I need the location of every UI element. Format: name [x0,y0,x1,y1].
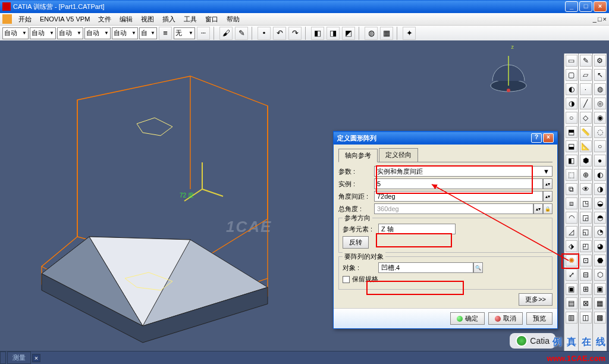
grid-icon[interactable]: ▦ [380,27,393,40]
dialog-help-button[interactable]: ? [531,133,542,143]
redo-icon[interactable]: ↷ [288,27,302,40]
tb-a18-icon[interactable]: ▤ [566,297,577,309]
tb-b11-icon[interactable]: ◳ [580,197,592,209]
params-combo[interactable]: 实例和角度间距▼ [374,166,553,177]
remove-loft-icon[interactable]: ⧇ [566,197,577,209]
tb-b17-icon[interactable]: ⊞ [580,283,592,295]
status-measure[interactable]: 测量 [7,352,31,364]
stiffener-icon[interactable]: ◧ [566,155,577,167]
bool-icon[interactable]: ⊕ [580,169,592,181]
tb-c13-icon[interactable]: ◔ [594,226,606,238]
pad-icon[interactable]: ▭ [566,55,577,67]
maximize-button[interactable]: □ [579,1,592,12]
rib-icon[interactable]: ⬒ [566,126,577,138]
groove-icon[interactable]: ◑ [566,98,577,109]
tab-define-radial[interactable]: 定义径向 [379,148,418,162]
menu-edit[interactable]: 编辑 [116,14,136,25]
tb-c9-icon[interactable]: ◐ [594,169,606,181]
tb-style-icon[interactable]: ≡ [159,27,172,40]
tb-c19-icon[interactable]: ▩ [594,312,606,324]
mdi-close-button[interactable]: × [603,15,607,23]
tb-b13-icon[interactable]: ◱ [580,226,592,238]
tb-c5-icon[interactable]: ◉ [594,112,606,124]
pocket-icon[interactable]: ▢ [566,69,577,81]
status-close-icon[interactable]: × [32,354,40,362]
draft-icon[interactable]: ⬗ [566,240,577,252]
chamfer-icon[interactable]: ◿ [566,226,577,238]
menu-file[interactable]: 文件 [95,14,115,25]
minimize-button[interactable]: _ [565,1,578,12]
tb-c12-icon[interactable]: ◓ [594,212,606,224]
tb-c6-icon[interactable]: ◌ [594,126,606,138]
tb-b19-icon[interactable]: ◫ [580,312,592,324]
tb-c17-icon[interactable]: ▣ [594,283,606,295]
tb-b18-icon[interactable]: ⊠ [580,297,592,309]
tb-a19-icon[interactable]: ▥ [566,312,577,324]
total-angle-lock-icon[interactable]: 🔒 [543,203,553,214]
axis-icon[interactable]: ✦ [403,27,416,40]
brush-icon[interactable]: 🖌 [219,27,233,40]
tb-c4-icon[interactable]: ◎ [594,98,606,109]
body-icon[interactable]: ⬢ [580,155,592,167]
box3-icon[interactable]: ◩ [342,27,355,40]
more-button[interactable]: 更多>> [519,293,553,306]
ref-elem-input[interactable]: Z 轴 [378,224,456,234]
tb-c10-icon[interactable]: ◑ [594,183,606,195]
hole-icon[interactable]: ○ [566,112,577,124]
menu-enovia[interactable]: ENOVIA V5 VPM [36,14,93,24]
fillet-icon[interactable]: ◠ [566,212,577,224]
tb-a17-icon[interactable]: ▣ [566,283,577,295]
reverse-button[interactable]: 反转 [343,236,369,249]
tb-dash-icon[interactable]: ┄ [197,27,210,40]
menu-window[interactable]: 窗口 [202,14,222,25]
tb-c3-icon[interactable]: ◍ [594,83,606,95]
preview-button[interactable]: 预览 [526,312,553,325]
shaft-icon[interactable]: ◐ [566,83,577,95]
menu-view[interactable]: 视图 [137,14,158,25]
close-button[interactable]: × [594,1,607,12]
angle-spacing-spinner[interactable]: ▴▾ [543,191,553,202]
instances-spinner[interactable]: ▴▾ [543,178,553,189]
tb-b14-icon[interactable]: ◰ [580,240,592,252]
start-icon[interactable] [2,14,12,24]
multi-icon[interactable]: ⬚ [566,169,577,181]
combo-4[interactable]: 自动▼ [112,27,138,39]
measure-icon[interactable]: 📏 [580,126,592,138]
tb-b16-icon[interactable]: ⊟ [580,269,592,281]
tb-b15-icon[interactable]: ⊡ [580,255,592,266]
ok-button[interactable]: 确定 [450,312,485,325]
scale-icon[interactable]: ⤢ [566,269,577,281]
tb-c11-icon[interactable]: ◒ [594,197,606,209]
combo-2[interactable]: 自动▼ [57,27,83,39]
angle-spacing-input[interactable]: 72deg [374,191,543,202]
combo-1[interactable]: 自动▼ [30,27,56,39]
object-picker-icon[interactable]: 🔍 [473,262,483,273]
sketch-icon[interactable]: ✎ [580,55,592,67]
combo-6[interactable]: 无▼ [174,27,195,39]
tab-axial-ref[interactable]: 轴向参考 [338,149,378,162]
cancel-button[interactable]: 取消 [488,312,523,325]
mdi-minimize-button[interactable]: _ [593,15,597,23]
box2-icon[interactable]: ◨ [327,27,340,40]
analysis-icon[interactable]: 📐 [580,140,592,152]
gear-icon[interactable]: ⚙ [594,55,606,67]
loft-icon[interactable]: ⧉ [566,183,577,195]
keep-spec-checkbox[interactable] [343,276,350,283]
tb-c18-icon[interactable]: ▦ [594,297,606,309]
dialog-close-button[interactable]: × [543,133,554,143]
dot-icon[interactable]: • [258,27,271,40]
box1-icon[interactable]: ◧ [311,27,324,40]
menu-insert[interactable]: 插入 [159,14,179,25]
combo-5[interactable]: 自▼ [139,27,157,39]
menu-start[interactable]: 开始 [15,14,35,25]
combo-3[interactable]: 自动▼ [84,27,111,39]
instances-input[interactable]: 5 [374,178,543,189]
undo-icon[interactable]: ↶ [273,27,286,40]
dialog-titlebar[interactable]: 定义圆形阵列 ? × [334,131,557,145]
tb-c7-icon[interactable]: ○ [594,140,606,152]
shade-icon[interactable]: ◍ [365,27,378,40]
tb-c15-icon[interactable]: ⬣ [594,255,606,266]
plane-icon[interactable]: ▱ [580,69,592,81]
tb-c16-icon[interactable]: ⬡ [594,269,606,281]
menu-help[interactable]: 帮助 [223,14,243,25]
